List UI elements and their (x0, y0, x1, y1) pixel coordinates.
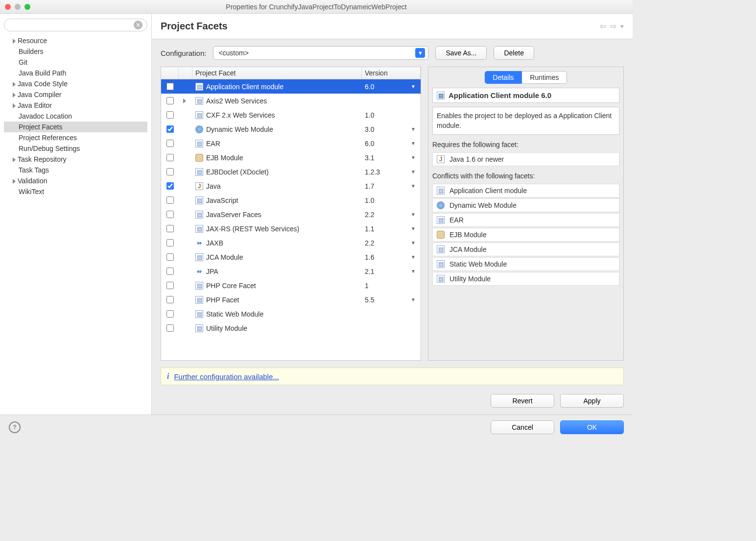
sidebar-item-java-build-path[interactable]: Java Build Path (4, 68, 147, 78)
sidebar-item-javadoc-location[interactable]: Javadoc Location (4, 111, 147, 122)
sidebar-item-task-tags[interactable]: Task Tags (4, 165, 147, 175)
facet-checkbox[interactable] (166, 268, 174, 275)
configuration-select[interactable]: <custom> ▼ (213, 46, 428, 60)
col-facet[interactable]: Project Facet (192, 67, 362, 79)
sidebar-item-wikitext[interactable]: WikiText (4, 186, 147, 197)
requires-label: Requires the following facet: (432, 141, 619, 148)
expand-icon[interactable] (183, 98, 186, 103)
filter-input[interactable] (4, 19, 147, 31)
cancel-button[interactable]: Cancel (491, 420, 554, 434)
table-row[interactable]: ▤PHP Core Facet1 (161, 278, 421, 293)
sidebar-item-task-repository[interactable]: Task Repository (4, 154, 147, 165)
doc-icon: ▤ (195, 83, 203, 91)
further-config-link[interactable]: Further configuration available... (174, 372, 279, 381)
facet-checkbox[interactable] (166, 282, 174, 289)
facet-checkbox[interactable] (166, 324, 174, 332)
table-row[interactable]: ▤JavaServer Faces2.2▼ (161, 207, 421, 221)
table-row[interactable]: ⇔JPA2.1▼ (161, 264, 421, 278)
ok-button[interactable]: OK (560, 420, 624, 434)
clear-filter-icon[interactable]: ✕ (134, 21, 142, 29)
sidebar-item-java-editor[interactable]: Java Editor (4, 100, 147, 111)
tab-runtimes[interactable]: Runtimes (522, 71, 567, 84)
save-as-button[interactable]: Save As... (435, 46, 487, 60)
facet-version: 1.6 (362, 253, 406, 261)
sidebar-item-resource[interactable]: Resource (4, 35, 147, 46)
back-icon[interactable]: ⇦ (600, 22, 606, 31)
apply-button[interactable]: Apply (560, 394, 624, 408)
facet-checkbox[interactable] (166, 97, 174, 104)
list-item: ▤Application Client module (432, 184, 619, 197)
table-row[interactable]: ▤JCA Module1.6▼ (161, 250, 421, 264)
footer: ? Cancel OK (0, 415, 633, 439)
table-row[interactable]: ▤EJBDoclet (XDoclet)1.2.3▼ (161, 165, 421, 179)
facet-checkbox[interactable] (166, 253, 174, 261)
version-dropdown[interactable]: ▼ (406, 226, 421, 231)
facet-checkbox[interactable] (166, 239, 174, 246)
doc-icon: ▤ (195, 211, 203, 219)
version-dropdown[interactable]: ▼ (406, 169, 421, 174)
sidebar-item-validation[interactable]: Validation (4, 175, 147, 186)
facet-version: 1.0 (362, 111, 406, 119)
delete-button[interactable]: Delete (494, 46, 534, 60)
sidebar-item-java-compiler[interactable]: Java Compiler (4, 89, 147, 100)
table-row[interactable]: ▤PHP Facet5.5▼ (161, 293, 421, 307)
version-dropdown[interactable]: ▼ (406, 254, 421, 260)
facet-name: Static Web Module (206, 310, 263, 318)
version-dropdown[interactable]: ▼ (406, 269, 421, 274)
expand-icon (13, 179, 16, 184)
table-row[interactable]: ▤JAX-RS (REST Web Services)1.1▼ (161, 221, 421, 236)
version-dropdown[interactable]: ▼ (406, 183, 421, 189)
doc-icon: ▤ (195, 140, 203, 148)
help-icon[interactable]: ? (9, 421, 21, 433)
version-dropdown[interactable]: ▼ (406, 84, 421, 89)
table-row[interactable]: ⇔JAXB2.2▼ (161, 236, 421, 250)
facet-checkbox[interactable] (166, 225, 174, 232)
version-dropdown[interactable]: ▼ (406, 297, 421, 302)
facet-checkbox[interactable] (166, 154, 174, 161)
table-row[interactable]: ▤Application Client module6.0▼ (161, 79, 421, 94)
facet-checkbox[interactable] (166, 125, 174, 133)
list-item: EJB Module (432, 228, 619, 242)
table-row[interactable]: ▤JavaScript1.0 (161, 193, 421, 207)
facet-name: EJBDoclet (XDoclet) (206, 168, 269, 176)
tab-details[interactable]: Details (485, 71, 522, 84)
table-row[interactable]: EJB Module3.1▼ (161, 150, 421, 165)
table-row[interactable]: ▤CXF 2.x Web Services1.0 (161, 108, 421, 122)
sidebar-item-project-references[interactable]: Project References (4, 132, 147, 143)
facet-checkbox[interactable] (166, 296, 174, 303)
revert-button[interactable]: Revert (491, 394, 554, 408)
page-header: Project Facets ⇦ ⇨ ▾ (152, 14, 633, 39)
facet-checkbox[interactable] (166, 197, 174, 204)
sidebar-item-project-facets[interactable]: Project Facets (4, 122, 147, 132)
forward-icon[interactable]: ⇨ (610, 22, 616, 31)
table-row[interactable]: ▤Axis2 Web Services (161, 94, 421, 108)
col-version[interactable]: Version (362, 67, 421, 79)
facet-name: Dynamic Web Module (206, 125, 273, 133)
version-dropdown[interactable]: ▼ (406, 212, 421, 217)
version-dropdown[interactable]: ▼ (406, 155, 421, 160)
facet-checkbox[interactable] (166, 310, 174, 318)
facet-checkbox[interactable] (166, 83, 174, 90)
sidebar: ✕ ResourceBuildersGitJava Build PathJava… (0, 14, 152, 415)
table-row[interactable]: Dynamic Web Module3.0▼ (161, 122, 421, 136)
xml-icon: ⇔ (195, 268, 203, 275)
facet-checkbox[interactable] (166, 140, 174, 147)
menu-icon[interactable]: ▾ (620, 23, 624, 30)
facet-checkbox[interactable] (166, 111, 174, 119)
table-row[interactable]: ▤Utility Module (161, 321, 421, 335)
table-row[interactable]: ▤Static Web Module (161, 307, 421, 321)
globe-icon (195, 125, 203, 133)
facet-checkbox[interactable] (166, 182, 174, 190)
sidebar-item-git[interactable]: Git (4, 57, 147, 68)
facet-checkbox[interactable] (166, 211, 174, 218)
sidebar-item-java-code-style[interactable]: Java Code Style (4, 78, 147, 89)
version-dropdown[interactable]: ▼ (406, 240, 421, 246)
table-row[interactable]: ▤EAR6.0▼ (161, 136, 421, 150)
sidebar-item-builders[interactable]: Builders (4, 46, 147, 57)
table-row[interactable]: JJava1.7▼ (161, 179, 421, 193)
facet-name: Application Client module (206, 83, 284, 91)
version-dropdown[interactable]: ▼ (406, 141, 421, 146)
facet-checkbox[interactable] (166, 168, 174, 175)
sidebar-item-run-debug-settings[interactable]: Run/Debug Settings (4, 143, 147, 154)
version-dropdown[interactable]: ▼ (406, 126, 421, 132)
